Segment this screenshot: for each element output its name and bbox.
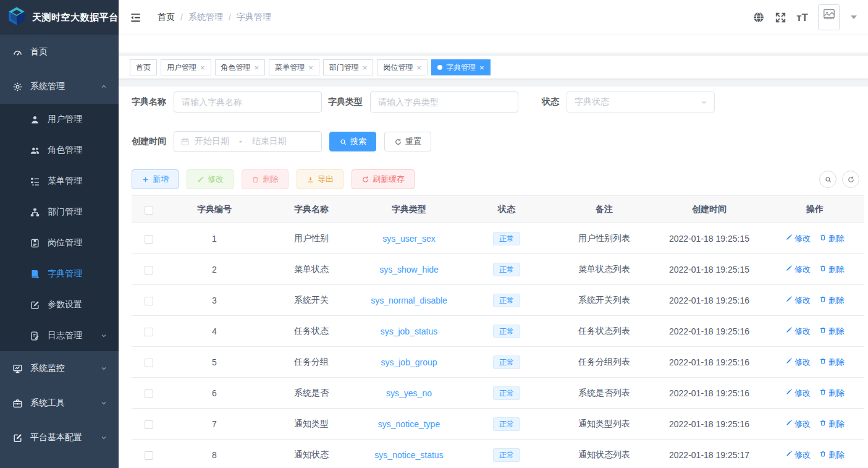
row-delete-link[interactable]: 删除: [819, 295, 845, 306]
pencil-icon: [785, 296, 793, 305]
gear-icon: [12, 82, 23, 92]
chevron-down-icon: [100, 365, 107, 372]
font-size-icon[interactable]: ᴛT: [796, 12, 808, 23]
cell-dict-name: 通知状态: [263, 440, 360, 468]
row-delete-link[interactable]: 删除: [819, 357, 845, 368]
toolbox-icon: [12, 398, 23, 409]
table-toolbar: 新增 修改 删除 导出 刷新缓存: [132, 169, 864, 189]
dict-type-link[interactable]: sys_job_status: [381, 326, 438, 336]
status-badge: 正常: [493, 355, 520, 369]
dict-name-input[interactable]: [174, 91, 322, 113]
sidebar-item-系统工具[interactable]: 系统工具: [0, 386, 119, 420]
dict-type-input[interactable]: [370, 91, 518, 113]
tab-close-icon[interactable]: ×: [363, 64, 368, 72]
monitor-icon: [12, 364, 23, 374]
sidebar-item-首页[interactable]: 首页: [0, 35, 119, 69]
row-checkbox[interactable]: [145, 420, 153, 429]
delete-button[interactable]: 删除: [242, 169, 289, 189]
user-icon: [30, 114, 40, 125]
row-delete-link[interactable]: 删除: [819, 264, 845, 275]
tab-岗位管理[interactable]: 岗位管理×: [377, 59, 428, 75]
row-checkbox[interactable]: [145, 328, 153, 336]
pencil-icon: [785, 450, 793, 459]
row-edit-link[interactable]: 修改: [785, 326, 811, 337]
row-edit-link[interactable]: 修改: [785, 419, 811, 430]
table-row: 5任务分组sys_job_group正常任务分组列表2022-01-18 19:…: [132, 347, 864, 378]
row-checkbox[interactable]: [145, 359, 153, 367]
tab-首页[interactable]: 首页: [130, 59, 157, 75]
status-badge: 正常: [493, 325, 520, 338]
language-globe-icon[interactable]: [752, 11, 765, 23]
sidebar-item-系统监控[interactable]: 系统监控: [0, 351, 119, 386]
toggle-search-icon[interactable]: [819, 171, 836, 188]
row-checkbox[interactable]: [145, 235, 153, 244]
status-badge: 正常: [493, 294, 520, 307]
sidebar-item-日志管理[interactable]: 日志管理: [0, 320, 119, 351]
row-edit-link[interactable]: 修改: [785, 449, 811, 461]
refresh-table-icon[interactable]: [842, 171, 859, 188]
dict-type-link[interactable]: sys_notice_status: [374, 450, 443, 460]
sidebar-item-系统管理[interactable]: 系统管理: [0, 69, 119, 104]
tab-close-icon[interactable]: ×: [479, 64, 484, 72]
sidebar-item-label: 字典管理: [48, 268, 82, 279]
sidebar-item-部门管理[interactable]: 部门管理: [0, 197, 119, 228]
search-button[interactable]: 搜索: [329, 132, 376, 151]
export-button[interactable]: 导出: [297, 169, 343, 189]
sidebar-item-参数设置[interactable]: 参数设置: [0, 289, 119, 320]
pencil-icon: [785, 419, 793, 428]
row-edit-link[interactable]: 修改: [785, 388, 811, 399]
sidebar-item-用户管理[interactable]: 用户管理: [0, 104, 119, 135]
row-edit-link[interactable]: 修改: [785, 264, 811, 275]
chevron-down-icon: [100, 434, 107, 441]
tab-角色管理[interactable]: 角色管理×: [215, 59, 266, 75]
edit-button[interactable]: 修改: [187, 169, 234, 189]
row-checkbox[interactable]: [145, 451, 153, 460]
calendar-icon: [180, 137, 190, 147]
row-edit-link[interactable]: 修改: [785, 357, 811, 368]
row-delete-link[interactable]: 删除: [819, 388, 845, 399]
row-delete-link[interactable]: 删除: [819, 449, 845, 461]
dict-type-link[interactable]: sys_notice_type: [378, 419, 440, 429]
breadcrumb-home[interactable]: 首页: [158, 12, 175, 23]
dict-type-link[interactable]: sys_show_hide: [379, 265, 439, 274]
reset-button[interactable]: 重置: [384, 132, 431, 151]
tab-close-icon[interactable]: ×: [200, 64, 205, 72]
dict-type-link[interactable]: sys_normal_disable: [371, 296, 447, 305]
sidebar-item-平台基本配置[interactable]: 平台基本配置: [0, 420, 119, 455]
date-range-separator: -: [234, 137, 247, 147]
sidebar-item-角色管理[interactable]: 角色管理: [0, 135, 119, 166]
table-row: 4任务状态sys_job_status正常任务状态列表2022-01-18 19…: [132, 316, 864, 347]
tab-字典管理[interactable]: 字典管理×: [431, 59, 491, 75]
row-delete-link[interactable]: 删除: [819, 326, 845, 337]
cell-created: 2022-01-18 19:25:17: [653, 440, 765, 468]
select-all-checkbox[interactable]: [145, 206, 153, 215]
tab-部门管理[interactable]: 部门管理×: [323, 59, 374, 75]
dict-type-link[interactable]: sys_job_group: [381, 357, 437, 367]
row-checkbox[interactable]: [145, 297, 153, 305]
sidebar-item-岗位管理[interactable]: 岗位管理: [0, 228, 119, 258]
refresh-cache-button[interactable]: 刷新缓存: [352, 169, 415, 189]
row-checkbox[interactable]: [145, 389, 153, 398]
tab-close-icon[interactable]: ×: [308, 64, 313, 72]
row-edit-link[interactable]: 修改: [785, 295, 811, 306]
row-delete-link[interactable]: 删除: [819, 233, 845, 244]
dict-type-link[interactable]: sys_yes_no: [386, 388, 432, 398]
tab-close-icon[interactable]: ×: [416, 64, 421, 72]
add-button[interactable]: 新增: [132, 169, 179, 189]
user-avatar[interactable]: [818, 4, 840, 30]
user-dropdown-caret-icon[interactable]: [851, 15, 857, 19]
tab-菜单管理[interactable]: 菜单管理×: [269, 59, 319, 75]
sidebar-item-字典管理[interactable]: 字典管理: [0, 258, 119, 289]
row-edit-link[interactable]: 修改: [785, 233, 811, 244]
param-edit-icon: [30, 300, 40, 310]
tab-close-icon[interactable]: ×: [255, 64, 259, 72]
date-range-picker[interactable]: 开始日期 - 结束日期: [174, 131, 322, 152]
dict-type-link[interactable]: sys_user_sex: [382, 234, 436, 244]
status-select[interactable]: 字典状态: [567, 91, 715, 113]
row-delete-link[interactable]: 删除: [819, 419, 845, 430]
tab-用户管理[interactable]: 用户管理×: [161, 59, 211, 75]
sidebar-item-菜单管理[interactable]: 菜单管理: [0, 166, 119, 197]
fullscreen-icon[interactable]: [775, 12, 786, 23]
row-checkbox[interactable]: [145, 266, 153, 274]
collapse-sidebar-icon[interactable]: [130, 12, 141, 23]
